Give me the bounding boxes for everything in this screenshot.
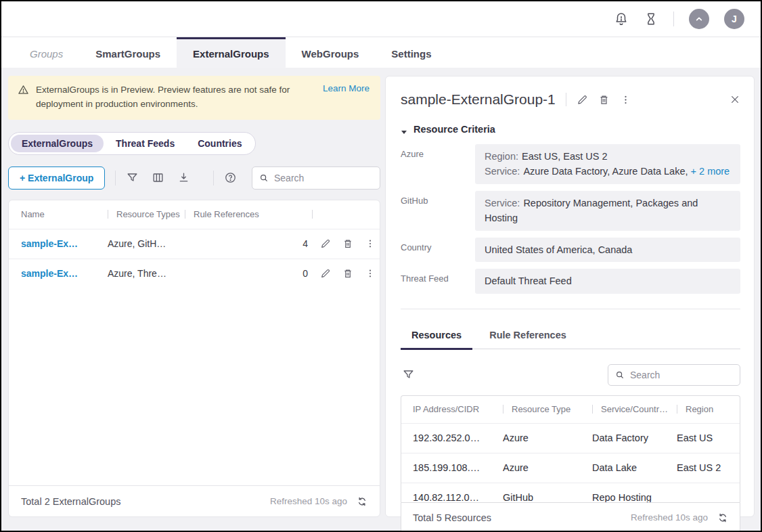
- pill-externalgroups[interactable]: ExternalGroups: [11, 135, 104, 152]
- section-divider: [401, 309, 740, 309]
- delete-trash-icon[interactable]: [342, 238, 353, 249]
- user-avatar[interactable]: J: [724, 9, 744, 29]
- notifications-bell-icon[interactable]: [614, 12, 629, 26]
- caret-down-icon: [401, 126, 407, 133]
- column-rule-references[interactable]: Rule References: [194, 209, 259, 219]
- pending-tasks-hourglass-icon[interactable]: [644, 12, 658, 26]
- resources-table: IP Address/CIDR Resource Type Service/Co…: [401, 395, 740, 502]
- groups-list-column: ExternalGroups is in Preview. Preview fe…: [8, 76, 380, 517]
- groups-toolbar: + ExternalGroup: [8, 166, 380, 190]
- groups-table-header: Name Resource Types Rule References: [9, 200, 380, 229]
- pill-threat-feeds[interactable]: Threat Feeds: [105, 135, 185, 152]
- tab-groups[interactable]: Groups: [14, 37, 79, 68]
- column-resource-types[interactable]: Resource Types: [116, 209, 180, 219]
- download-icon[interactable]: [177, 171, 190, 184]
- edit-pencil-icon[interactable]: [320, 238, 331, 249]
- help-icon[interactable]: [224, 171, 237, 184]
- tab-rule-references[interactable]: Rule References: [478, 327, 577, 350]
- more-kebab-icon[interactable]: [365, 268, 376, 279]
- resources-total: Total 5 Resources: [413, 512, 491, 523]
- tab-externalgroups[interactable]: ExternalGroups: [177, 37, 286, 68]
- toolbar-divider: [115, 171, 116, 185]
- criteria-label: Azure: [401, 144, 466, 184]
- tab-webgroups[interactable]: WebGroups: [286, 37, 376, 68]
- groups-refreshed-label: Refreshed 10s ago: [270, 496, 347, 506]
- group-resource-types: Azure, GitH…: [108, 238, 185, 249]
- scroll-top-button[interactable]: [689, 9, 709, 29]
- columns-icon[interactable]: [152, 171, 164, 184]
- criteria-label: GitHub: [401, 191, 466, 231]
- learn-more-link[interactable]: Learn More: [323, 83, 369, 93]
- criteria-list: Azure Region:East US, East US 2 Service:…: [401, 144, 740, 294]
- table-row[interactable]: sample-Ex… Azure, Thre… 0: [9, 259, 380, 288]
- criteria-value-box: United States of America, Canada: [475, 238, 740, 262]
- chevron-up-icon: [694, 14, 704, 24]
- main-tab-bar: Groups SmartGroups ExternalGroups WebGro…: [1, 37, 761, 68]
- groups-total: Total 2 ExternalGroups: [21, 496, 121, 507]
- group-resource-types: Azure, Thre…: [108, 268, 185, 279]
- pill-countries[interactable]: Countries: [187, 135, 252, 152]
- top-bar: J: [1, 1, 761, 37]
- resources-toolbar: [401, 364, 740, 386]
- criteria-label: Threat Feed: [401, 269, 466, 293]
- resources-refreshed-label: Refreshed 10s ago: [631, 512, 708, 523]
- criteria-value-box: Service:Repository Management, Packages …: [475, 191, 740, 231]
- more-kebab-icon[interactable]: [365, 238, 376, 249]
- criteria-label: Country: [401, 238, 466, 262]
- delete-trash-icon[interactable]: [342, 268, 353, 279]
- table-row[interactable]: 140.82.112.0… GitHub Repo Hosting: [401, 483, 740, 502]
- edit-pencil-icon[interactable]: [320, 268, 331, 279]
- resources-table-header: IP Address/CIDR Resource Type Service/Co…: [401, 396, 740, 423]
- add-externalgroup-button[interactable]: + ExternalGroup: [8, 167, 105, 190]
- resources-search-input[interactable]: [630, 370, 733, 380]
- groups-search: [252, 167, 380, 190]
- more-kebab-icon[interactable]: [620, 94, 631, 106]
- detail-header: sample-ExternalGroup-1: [401, 91, 740, 108]
- header-divider: [566, 93, 566, 106]
- column-service-country[interactable]: Service/Countr…: [601, 404, 668, 414]
- delete-trash-icon[interactable]: [598, 94, 610, 106]
- resources-table-footer: Total 5 Resources Refreshed 10s ago: [401, 502, 740, 532]
- criteria-value-box: Region:East US, East US 2 Service:Azure …: [475, 144, 740, 184]
- group-name-link[interactable]: sample-Ex…: [21, 268, 108, 279]
- tab-resources[interactable]: Resources: [401, 327, 472, 350]
- toolbar-divider: [213, 171, 214, 185]
- table-row[interactable]: sample-Ex… Azure, GitH… 4: [9, 229, 380, 259]
- group-name-link[interactable]: sample-Ex…: [21, 238, 108, 249]
- refresh-icon[interactable]: [717, 512, 728, 523]
- column-region[interactable]: Region: [686, 404, 713, 414]
- table-row[interactable]: 185.199.108.… Azure Data Lake East US 2: [401, 453, 740, 483]
- empty-table-area: [9, 288, 380, 485]
- resources-search: [608, 364, 740, 386]
- detail-title: sample-ExternalGroup-1: [401, 91, 556, 108]
- detail-tab-bar: Resources Rule References: [401, 327, 740, 349]
- group-detail-panel: sample-ExternalGroup-1: [385, 76, 755, 517]
- column-ip-cidr[interactable]: IP Address/CIDR: [413, 404, 479, 414]
- section-title: Resource Criteria: [413, 124, 495, 135]
- app-window: J Groups SmartGroups ExternalGroups WebG…: [0, 0, 762, 532]
- warning-icon: [18, 84, 29, 95]
- topbar-divider: [673, 12, 674, 26]
- content-area: ExternalGroups is in Preview. Preview fe…: [1, 68, 761, 531]
- groups-table-footer: Total 2 ExternalGroups Refreshed 10s ago: [9, 485, 380, 516]
- group-type-switcher: ExternalGroups Threat Feeds Countries: [8, 132, 256, 155]
- groups-search-input[interactable]: [274, 173, 373, 183]
- column-name[interactable]: Name: [21, 209, 45, 219]
- resource-criteria-toggle[interactable]: Resource Criteria: [401, 124, 740, 135]
- filter-icon[interactable]: [126, 171, 139, 184]
- table-row[interactable]: 192.30.252.0… Azure Data Factory East US: [401, 423, 740, 453]
- groups-table-card: Name Resource Types Rule References samp…: [8, 200, 380, 517]
- group-rule-references: 0: [185, 268, 312, 279]
- preview-warning-banner: ExternalGroups is in Preview. Preview fe…: [8, 76, 380, 120]
- refresh-icon[interactable]: [357, 496, 367, 507]
- tab-settings[interactable]: Settings: [375, 37, 447, 68]
- banner-text: ExternalGroups is in Preview. Preview fe…: [36, 83, 300, 112]
- tab-smartgroups[interactable]: SmartGroups: [79, 37, 177, 68]
- column-resource-type[interactable]: Resource Type: [512, 404, 570, 414]
- close-icon[interactable]: [730, 94, 740, 105]
- search-icon: [615, 370, 625, 380]
- filter-icon[interactable]: [402, 368, 415, 381]
- more-criteria-link[interactable]: + 2 more: [691, 166, 730, 177]
- edit-pencil-icon[interactable]: [577, 94, 588, 106]
- search-icon: [259, 173, 269, 183]
